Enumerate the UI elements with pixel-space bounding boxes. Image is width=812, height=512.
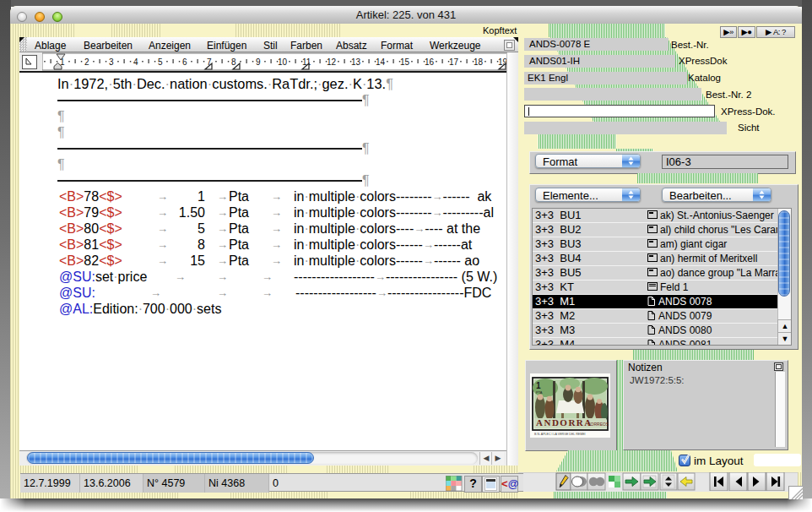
- svg-text:3: 3: [109, 57, 114, 67]
- svg-text:14: 14: [376, 57, 386, 67]
- svg-text:CORREOS: CORREOS: [587, 422, 609, 427]
- svg-text:15: 15: [400, 57, 410, 67]
- svg-text:17: 17: [449, 57, 459, 67]
- svg-text:ANDORRA: ANDORRA: [536, 417, 593, 428]
- svg-text:6: 6: [182, 57, 187, 67]
- svg-text:12: 12: [327, 57, 337, 67]
- svg-text:16: 16: [425, 57, 435, 67]
- svg-text:10: 10: [278, 57, 288, 67]
- svg-text:8: 8: [231, 57, 236, 67]
- svg-text:18: 18: [474, 57, 484, 67]
- svg-text:2: 2: [84, 57, 89, 67]
- svg-text:PTA: PTA: [536, 390, 543, 395]
- svg-text:B.N. APLEC I LA VERGE DEL REME: B.N. APLEC I LA VERGE DEL REMEI: [534, 433, 586, 436]
- svg-text:4: 4: [133, 57, 138, 67]
- svg-text:9: 9: [256, 57, 261, 67]
- svg-text:13: 13: [351, 57, 361, 67]
- svg-text:1: 1: [536, 381, 541, 390]
- svg-text:5: 5: [158, 57, 163, 67]
